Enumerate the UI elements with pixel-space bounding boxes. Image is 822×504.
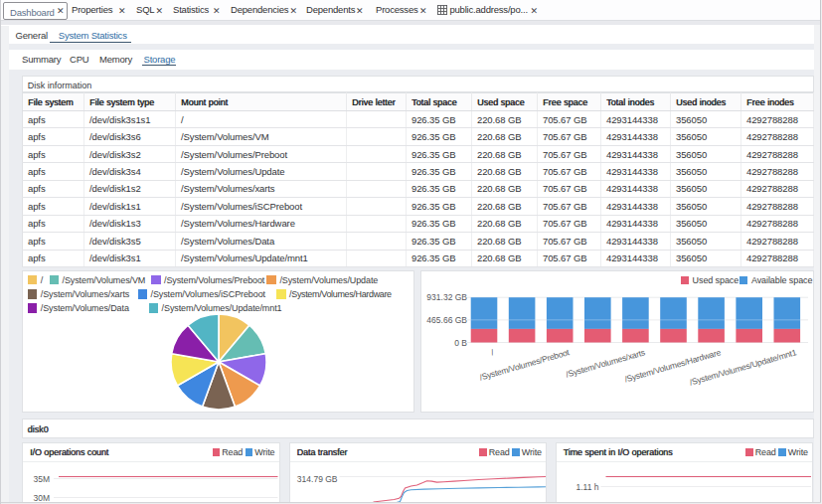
svg-text:931.32 GB: 931.32 GB bbox=[426, 292, 467, 302]
svg-text:35M: 35M bbox=[33, 473, 50, 483]
svg-text:1.11 h: 1.11 h bbox=[575, 481, 598, 491]
svg-text:/: / bbox=[490, 347, 496, 357]
svg-text:314.79 GB: 314.79 GB bbox=[296, 473, 337, 483]
svg-text:465.66 GB: 465.66 GB bbox=[426, 314, 467, 324]
svg-text:0 B: 0 B bbox=[454, 337, 467, 347]
